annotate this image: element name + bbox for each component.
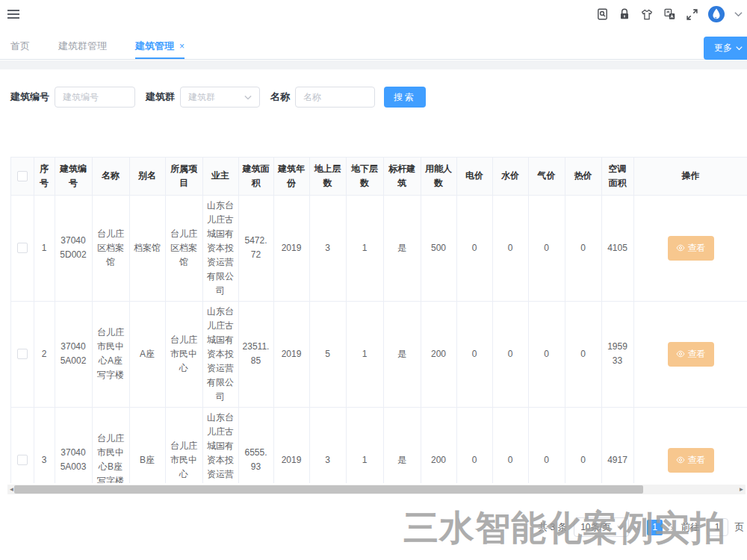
cell-elec_price: 0 [456,301,492,407]
goto-page-input[interactable] [707,518,728,536]
cell-name: 台儿庄市民中心A座写字楼 [92,301,129,407]
pagination: 共 3 条 10条/页 ‹ 1 › 前往 页 [538,517,744,537]
cell-floors_above: 3 [309,407,346,483]
building-code-input[interactable] [55,87,135,108]
cell-water_price: 0 [492,195,528,301]
view-button[interactable]: 查看 [668,448,714,473]
hamburger-menu-icon[interactable] [6,6,21,22]
row-checkbox[interactable] [17,455,28,465]
table-header-row: 序号建筑编号名称别名所属项目业主建筑面积建筑年份地上层数地下层数标杆建筑用能人数… [11,158,747,195]
lock-icon[interactable] [619,7,630,21]
cell-benchmark: 是 [383,301,421,407]
more-button[interactable]: 更多 [704,37,747,60]
row-checkbox[interactable] [17,243,28,253]
column-header-7: 建筑面积 [238,158,273,195]
table-body: 1370405D002台儿庄区档案馆档案馆台儿庄区档案馆山东台儿庄古城国有资本投… [11,195,747,483]
page-size-select[interactable]: 10条/页 [574,517,629,537]
cell-users: 200 [421,407,456,483]
buildings-table: 序号建筑编号名称别名所属项目业主建筑面积建筑年份地上层数地下层数标杆建筑用能人数… [11,158,747,483]
eye-icon [676,349,685,358]
building-group-select[interactable]: 建筑群 [180,87,260,108]
theme-shirt-icon[interactable] [640,8,654,21]
column-header-1: 序号 [34,158,55,195]
cell-seq: 3 [34,407,55,483]
top-bar [0,0,747,28]
file-search-icon[interactable] [596,7,609,21]
cell-alias: A座 [129,301,165,407]
column-header-14: 水价 [492,158,528,195]
cell-owner: 山东台儿庄古城国有资本投资运营有限公司 [202,301,238,407]
content-gap [0,60,747,69]
cell-code: 370405A002 [55,301,92,407]
total-count: 共 3 条 [538,521,567,534]
cell-benchmark: 是 [383,195,421,301]
cell-floors_above: 5 [309,301,346,407]
cell-ac_area: 195933 [601,301,633,407]
view-button-label: 查看 [688,348,706,361]
chevron-down-icon [244,95,252,100]
cell-alias: 档案馆 [129,195,165,301]
cell-floors_above: 3 [309,195,346,301]
goto-label: 前往 [681,521,700,534]
cell-heat_price: 0 [565,407,601,483]
name-label: 名称 [270,90,290,104]
tab-2[interactable]: 建筑群管理 [58,34,107,59]
table-row: 2370405A002台儿庄市民中心A座写字楼A座台儿庄市民中心山东台儿庄古城国… [11,301,747,407]
column-header-10: 地下层数 [346,158,383,195]
building-code-label: 建筑编号 [10,90,49,104]
topbar-actions [596,6,743,22]
chevron-down-icon[interactable] [734,11,743,17]
cell-action: 查看 [633,195,747,301]
page-suffix-label: 页 [735,521,745,534]
tab-1[interactable]: 首页 [10,34,30,59]
eye-icon [676,243,685,252]
name-input[interactable] [295,87,375,108]
cell-floors_below: 1 [346,407,383,483]
cell-year: 2019 [273,407,309,483]
cell-alias: B座 [129,407,165,483]
column-header-9: 地上层数 [309,158,346,195]
tab-3[interactable]: 建筑管理× [135,34,185,59]
cell-floors_below: 1 [346,301,383,407]
cell-ac_area: 4105 [601,195,633,301]
cell-heat_price: 0 [565,301,601,407]
tab-close-icon[interactable]: × [179,41,185,52]
user-avatar[interactable] [708,6,725,22]
cell-project: 台儿庄市民中心 [165,301,202,407]
cell-area: 23511.85 [238,301,273,407]
tab-label: 建筑群管理 [58,40,107,53]
building-group-label: 建筑群 [146,90,175,104]
tab-bar: 首页建筑群管理建筑管理× 更多 [0,34,747,60]
cell-elec_price: 0 [456,407,492,483]
chevron-down-icon [736,46,743,51]
table-row: 1370405D002台儿庄区档案馆档案馆台儿庄区档案馆山东台儿庄古城国有资本投… [11,195,747,301]
cell-area: 5472.72 [238,195,273,301]
view-button[interactable]: 查看 [668,342,714,367]
cell-heat_price: 0 [565,195,601,301]
column-header-18: 操作 [633,158,747,195]
eye-icon [676,455,685,464]
cell-code: 370405A003 [55,407,92,483]
prev-page-button[interactable]: ‹ [636,522,640,533]
cell-year: 2019 [273,195,309,301]
cell-floors_below: 1 [346,195,383,301]
column-header-11: 标杆建筑 [383,158,421,195]
select-all-checkbox[interactable] [17,171,28,181]
fullscreen-icon[interactable] [686,8,698,21]
view-button-label: 查看 [688,454,706,467]
view-button[interactable]: 查看 [668,236,714,261]
horizontal-scrollbar[interactable]: ◄ ► [7,485,746,494]
search-button[interactable]: 搜索 [384,87,426,108]
column-header-17: 空调面积 [601,158,633,195]
cell-code: 370405D002 [55,195,92,301]
search-form: 建筑编号 建筑群 建筑群 名称 搜索 [10,87,426,108]
next-page-button[interactable]: › [669,522,674,533]
row-checkbox[interactable] [17,349,28,359]
current-page-button[interactable]: 1 [647,520,663,535]
row-select-cell [11,195,34,301]
scroll-right-arrow-icon[interactable]: ► [737,485,746,494]
cell-year: 2019 [273,301,309,407]
row-select-cell [11,301,34,407]
language-icon[interactable] [663,7,676,21]
scrollbar-thumb[interactable] [14,485,643,494]
